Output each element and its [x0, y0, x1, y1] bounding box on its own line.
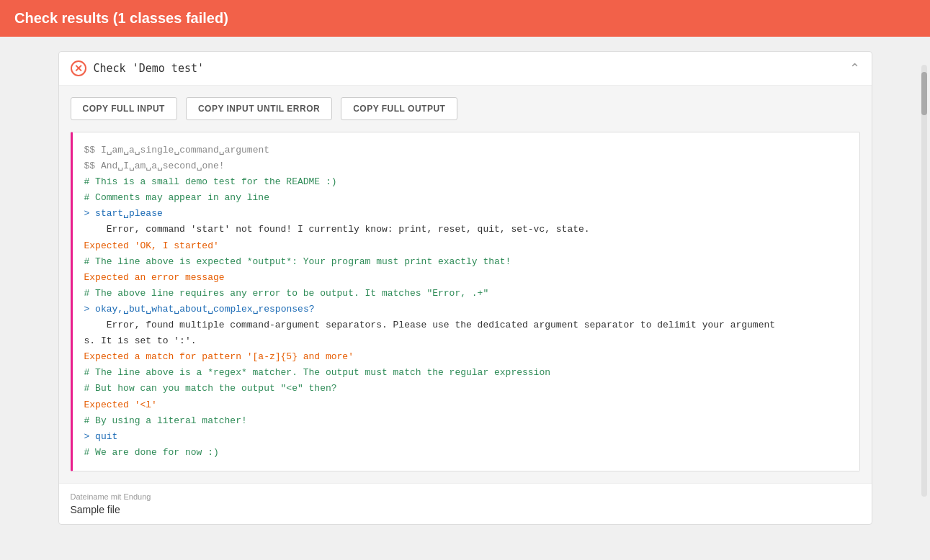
scrollbar[interactable]: [921, 65, 927, 497]
file-label: Dateiname mit Endung: [71, 492, 860, 501]
code-line-9: Expected an error message: [84, 272, 225, 283]
scrollbar-thumb[interactable]: [921, 72, 927, 115]
copy-full-output-button[interactable]: COPY FULL OUTPUT: [341, 97, 457, 120]
header-title: Check results (1 classes failed): [14, 10, 228, 26]
check-card: ✕ Check 'Demo test' ⌃ COPY FULL INPUT CO…: [58, 51, 872, 525]
card-header: ✕ Check 'Demo test' ⌃: [59, 52, 872, 86]
code-line-4: # Comments may appear in any line: [84, 192, 269, 203]
copy-full-input-button[interactable]: COPY FULL INPUT: [71, 97, 177, 120]
card-body: COPY FULL INPUT COPY INPUT UNTIL ERROR C…: [59, 86, 872, 483]
code-line-19: # We are done for now :): [84, 447, 219, 458]
file-section: Dateiname mit Endung Sample file: [59, 483, 872, 524]
header-bar: Check results (1 classes failed): [0, 0, 930, 37]
code-line-11: > okay,␣but␣what␣about␣complex␣responses…: [84, 304, 315, 315]
code-line-12: Error, found multiple command-argument s…: [84, 320, 776, 346]
collapse-icon[interactable]: ⌃: [849, 60, 860, 76]
code-line-13: Expected a match for pattern '[a-z]{5} a…: [84, 351, 354, 362]
copy-input-until-error-button[interactable]: COPY INPUT UNTIL ERROR: [186, 97, 332, 120]
code-line-1: $$ I␣am␣a␣single␣command␣argument: [84, 145, 270, 155]
card-header-left: ✕ Check 'Demo test': [71, 60, 205, 76]
file-name: Sample file: [71, 504, 860, 515]
code-line-18: > quit: [84, 431, 118, 442]
code-line-8: # The line above is expected *output*: Y…: [84, 256, 511, 267]
code-line-15: # But how can you match the output "<e" …: [84, 383, 337, 394]
code-line-10: # The above line requires any error to b…: [84, 288, 489, 299]
button-row: COPY FULL INPUT COPY INPUT UNTIL ERROR C…: [71, 97, 860, 120]
card-title: Check 'Demo test': [94, 62, 205, 75]
code-line-6: Error, command 'start' not found! I curr…: [84, 224, 590, 235]
code-line-2: $$ And␣I␣am␣a␣second␣one!: [84, 161, 225, 171]
code-line-17: # By using a literal matcher!: [84, 415, 247, 426]
code-block: $$ I␣am␣a␣single␣command␣argument $$ And…: [71, 132, 860, 471]
code-line-3: # This is a small demo test for the READ…: [84, 176, 337, 187]
error-icon: ✕: [71, 60, 86, 76]
code-line-5: > start␣please: [84, 208, 163, 219]
code-line-16: Expected '<l': [84, 399, 157, 410]
code-line-7: Expected 'OK, I started': [84, 240, 219, 251]
code-line-14: # The line above is a *regex* matcher. T…: [84, 367, 551, 378]
